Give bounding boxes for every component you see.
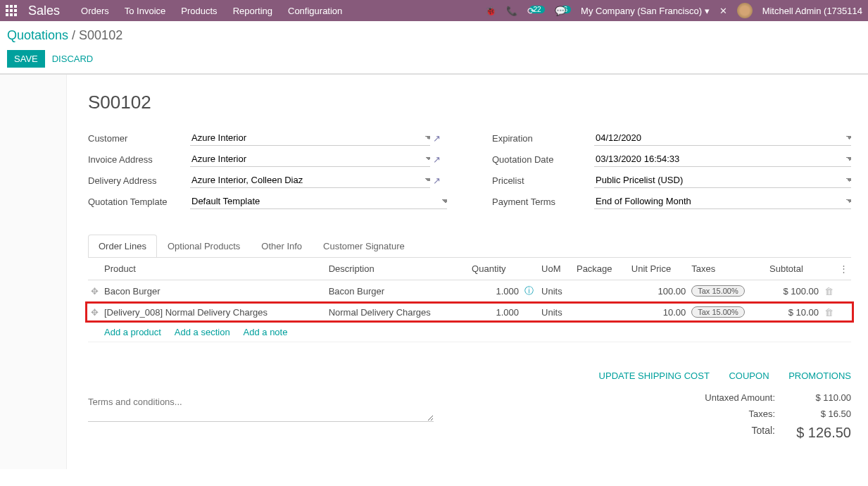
untaxed-value: $ 110.00 <box>795 392 851 403</box>
menu-to-invoice[interactable]: To Invoice <box>125 6 166 16</box>
tax-badge[interactable]: Tax 15.00% <box>691 306 744 318</box>
breadcrumb-bar: Quotations / S00102 SAVE DISCARD <box>0 21 868 74</box>
expiration-label: Expiration <box>492 133 594 144</box>
line-product[interactable]: Bacon Burger <box>101 280 326 302</box>
taxes-value: $ 16.50 <box>795 409 851 419</box>
terms-textarea[interactable] <box>88 394 434 422</box>
phone-icon[interactable]: 📞 <box>506 6 517 16</box>
line-product[interactable]: [Delivery_008] Normal Delivery Charges <box>101 302 326 323</box>
delivery-addr-field[interactable] <box>190 173 430 188</box>
col-subtotal: Subtotal <box>767 258 822 280</box>
delete-line-icon[interactable]: 🗑 <box>824 286 834 297</box>
line-price[interactable]: 10.00 <box>629 302 688 323</box>
discard-button[interactable]: DISCARD <box>52 54 94 64</box>
form-grid: Customer↗ Invoice Address↗ Delivery Addr… <box>88 130 851 215</box>
delivery-external-link-icon[interactable]: ↗ <box>433 175 447 186</box>
app-name[interactable]: Sales <box>28 4 60 18</box>
avatar[interactable] <box>737 3 753 18</box>
sidebar <box>0 75 67 469</box>
line-desc[interactable]: Bacon Burger <box>326 280 469 302</box>
menu-configuration[interactable]: Configuration <box>288 6 342 16</box>
drag-handle-icon[interactable]: ✥ <box>91 286 99 297</box>
footer-actions: UPDATE SHIPPING COST COUPON PROMOTIONS <box>88 370 851 381</box>
line-uom[interactable]: Units <box>539 280 574 302</box>
col-desc: Description <box>326 258 469 280</box>
col-pkg: Package <box>574 258 629 280</box>
col-price: Unit Price <box>629 258 688 280</box>
invoice-addr-field[interactable] <box>190 151 430 167</box>
col-product: Product <box>101 258 326 280</box>
terms-label: Payment Terms <box>492 197 594 207</box>
pricelist-field[interactable] <box>594 173 851 188</box>
total-label: Total: <box>684 425 775 441</box>
order-lines-table: Product Description Quantity UoM Package… <box>88 258 851 342</box>
menu-reporting[interactable]: Reporting <box>233 6 272 16</box>
customer-label: Customer <box>88 133 190 144</box>
line-qty[interactable]: 1.000 <box>469 280 522 302</box>
line-pkg[interactable] <box>574 302 629 323</box>
invoice-addr-label: Invoice Address <box>88 154 190 165</box>
line-pkg[interactable] <box>574 280 629 302</box>
tab-other-info[interactable]: Other Info <box>251 235 313 257</box>
tab-order-lines[interactable]: Order Lines <box>88 235 157 257</box>
template-field[interactable] <box>190 194 447 209</box>
line-desc[interactable]: Normal Delivery Charges <box>326 302 469 323</box>
taxes-label: Taxes: <box>684 409 775 419</box>
table-row[interactable]: ✥[Delivery_008] Normal Delivery ChargesN… <box>88 302 851 323</box>
breadcrumb: Quotations / S00102 <box>7 28 857 43</box>
qdate-label: Quotation Date <box>492 154 594 165</box>
company-switcher[interactable]: My Company (San Francisco) ▾ <box>581 6 710 16</box>
top-menu: Orders To Invoice Products Reporting Con… <box>81 6 342 16</box>
tabs: Order Lines Optional Products Other Info… <box>88 235 851 258</box>
col-qty: Quantity <box>469 258 522 280</box>
expiration-field[interactable] <box>594 130 851 146</box>
line-subtotal: $ 10.00 <box>767 302 822 323</box>
total-value: $ 126.50 <box>795 425 851 441</box>
settings-icon[interactable]: ✕ <box>719 6 727 16</box>
add-section-link[interactable]: Add a section <box>175 327 230 337</box>
main: S00102 Customer↗ Invoice Address↗ Delive… <box>0 74 868 469</box>
update-shipping-link[interactable]: UPDATE SHIPPING COST <box>599 370 710 381</box>
add-note-link[interactable]: Add a note <box>244 327 288 337</box>
promotions-link[interactable]: PROMOTIONS <box>788 370 851 381</box>
qdate-field[interactable] <box>594 151 851 167</box>
table-options-icon[interactable]: ⋮ <box>839 263 848 274</box>
apps-icon[interactable] <box>6 5 17 16</box>
line-price[interactable]: 100.00 <box>629 280 688 302</box>
breadcrumb-current: S00102 <box>79 28 122 42</box>
delete-line-icon[interactable]: 🗑 <box>824 307 834 318</box>
bug-icon[interactable]: 🐞 <box>485 6 496 16</box>
line-uom[interactable]: Units <box>539 302 574 323</box>
untaxed-label: Untaxed Amount: <box>684 392 775 403</box>
tab-optional-products[interactable]: Optional Products <box>157 235 251 257</box>
menu-products[interactable]: Products <box>181 6 217 16</box>
drag-handle-icon[interactable]: ✥ <box>91 307 99 318</box>
user-menu[interactable]: Mitchell Admin (1735114 <box>762 6 862 16</box>
coupon-link[interactable]: COUPON <box>729 370 769 381</box>
template-label: Quotation Template <box>88 197 190 207</box>
tab-customer-signature[interactable]: Customer Signature <box>313 235 415 257</box>
totals: Untaxed Amount:$ 110.00 Taxes:$ 16.50 To… <box>684 390 851 444</box>
form-col-right: Expiration Quotation Date Pricelist Paym… <box>492 130 851 215</box>
save-button[interactable]: SAVE <box>7 50 45 68</box>
breadcrumb-sep: / <box>72 28 79 42</box>
chat-icon[interactable]: 💬6 <box>555 6 572 16</box>
breadcrumb-root[interactable]: Quotations <box>7 28 68 42</box>
add-product-link[interactable]: Add a product <box>104 327 161 337</box>
tax-badge[interactable]: Tax 15.00% <box>691 285 744 297</box>
topbar: Sales Orders To Invoice Products Reporti… <box>0 0 868 21</box>
table-row[interactable]: ✥Bacon BurgerBacon Burger1.000ⓘUnits100.… <box>88 280 851 302</box>
delivery-addr-label: Delivery Address <box>88 175 190 186</box>
payment-terms-field[interactable] <box>594 194 851 209</box>
form-col-left: Customer↗ Invoice Address↗ Delivery Addr… <box>88 130 447 215</box>
line-qty[interactable]: 1.000 <box>469 302 522 323</box>
line-subtotal: $ 100.00 <box>767 280 822 302</box>
timer-icon[interactable]: ⟳22 <box>527 6 544 16</box>
invoice-external-link-icon[interactable]: ↗ <box>433 154 447 165</box>
customer-external-link-icon[interactable]: ↗ <box>433 133 447 144</box>
customer-field[interactable] <box>190 130 430 146</box>
info-icon[interactable]: ⓘ <box>524 285 534 296</box>
menu-orders[interactable]: Orders <box>81 6 109 16</box>
action-bar: SAVE DISCARD <box>7 50 857 73</box>
content: S00102 Customer↗ Invoice Address↗ Delive… <box>67 75 868 469</box>
